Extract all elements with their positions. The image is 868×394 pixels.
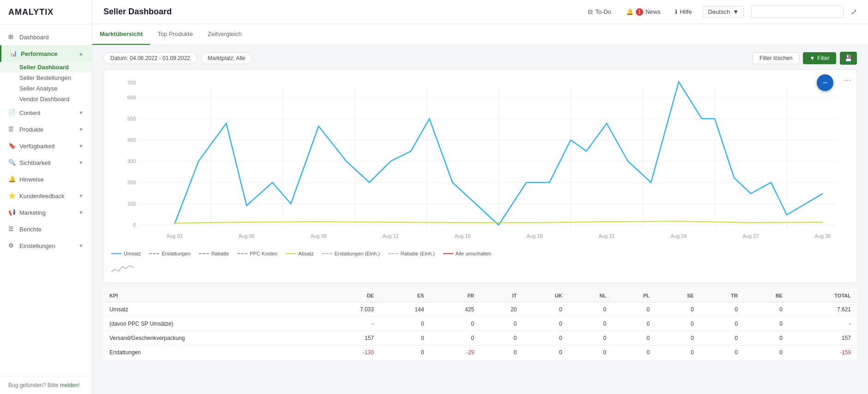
- sidebar-item-dashboard[interactable]: ⊞ Dashboard: [0, 29, 92, 45]
- svg-text:Aug 03: Aug 03: [167, 233, 183, 239]
- legend-ppc-kosten[interactable]: PPC Kosten: [237, 251, 277, 256]
- chart-fab-button[interactable]: −: [817, 74, 833, 91]
- search-input[interactable]: [751, 6, 844, 18]
- col-be: BE: [743, 289, 788, 303]
- sidebar-item-performance[interactable]: 📊 Performance ▲: [0, 45, 92, 62]
- row-es: 0: [380, 317, 430, 331]
- todo-label: To-Do: [595, 8, 611, 15]
- filter-pills: Datum: 04.08.2022 - 01.09.2022 Marktplat…: [103, 52, 252, 64]
- row-nl: 0: [568, 317, 612, 331]
- row-tr: 0: [699, 346, 743, 360]
- row-be: 0: [743, 303, 788, 317]
- legend-erstattungen[interactable]: Erstattungen: [149, 251, 190, 256]
- tab-bar: Marktübersicht Top Produkte Zeitvergleic…: [92, 24, 868, 45]
- todo-button[interactable]: ⊟ To-Do: [584, 6, 615, 17]
- legend-absatz[interactable]: Absatz: [286, 251, 314, 256]
- sidebar-sub-seller-bestellungen[interactable]: Seller Bestellungen: [0, 73, 92, 83]
- sidebar-item-verfugbarkeit[interactable]: 🔖 Verfügbarkeit ▼: [0, 138, 92, 154]
- row-pl: 0: [612, 303, 655, 317]
- row-tr: 0: [699, 303, 743, 317]
- expand-icon[interactable]: ⤢: [851, 7, 857, 16]
- filter-save-button[interactable]: 💾: [840, 52, 857, 65]
- page-header: Seller Dashboard ⊟ To-Do 🔔 1 News ℹ Hilf…: [92, 0, 868, 24]
- row-tr: 0: [699, 317, 743, 331]
- language-selector[interactable]: Deutsch ▼: [703, 6, 744, 18]
- col-total: TOTAL: [788, 289, 857, 303]
- news-button[interactable]: 🔔 1 News: [622, 6, 664, 18]
- bug-report-link[interactable]: melden: [60, 382, 78, 388]
- col-nl: NL: [568, 289, 612, 303]
- chevron-down-icon: ▼: [78, 110, 84, 115]
- sidebar-item-marketing[interactable]: 📢 Marketing ▼: [0, 204, 92, 221]
- svg-text:Aug 06: Aug 06: [239, 233, 255, 239]
- row-es: 0: [380, 331, 430, 346]
- sidebar-item-kundenfeedback[interactable]: ⭐ Kundenfeedback ▼: [0, 188, 92, 204]
- row-fr: -29: [429, 346, 480, 360]
- row-de: 157: [318, 331, 379, 346]
- sidebar-item-produkte[interactable]: ☰ Produkte ▼: [0, 121, 92, 138]
- news-icon: 🔔: [626, 8, 633, 15]
- row-be: 0: [743, 317, 788, 331]
- sidebar-sub-seller-analyse[interactable]: Seller Analyse: [0, 83, 92, 94]
- legend-umsatz[interactable]: Umsatz: [111, 251, 141, 256]
- chevron-down-icon: ▼: [78, 143, 84, 149]
- produkte-icon: ☰: [8, 126, 16, 133]
- row-be: 0: [743, 346, 788, 360]
- hilfe-button[interactable]: ℹ Hilfe: [671, 6, 695, 17]
- lang-label: Deutsch: [708, 8, 730, 15]
- tab-top-produkte[interactable]: Top Produkte: [150, 24, 200, 45]
- svg-text:Aug 09: Aug 09: [311, 233, 327, 239]
- col-fr: FR: [429, 289, 480, 303]
- news-label: News: [645, 8, 661, 15]
- sidebar-item-label: Produkte: [19, 126, 43, 133]
- line-chart: 0 100 200 300 400 500 600 700 Aug 03 Aug…: [111, 77, 849, 243]
- row-se: 0: [655, 303, 699, 317]
- chevron-down-icon: ▼: [78, 127, 84, 132]
- legend-rabatte-einh[interactable]: Rabatte (Einh.): [388, 251, 435, 256]
- sidebar-item-sichtbarkeit[interactable]: 🔍 Sichtbarkeit ▼: [0, 154, 92, 171]
- sidebar-item-hinweise[interactable]: 🔔 Hinweise: [0, 171, 92, 188]
- legend-rabatte[interactable]: Rabatte: [199, 251, 229, 256]
- filter-clear-button[interactable]: Filter löschen: [753, 52, 799, 64]
- row-be: 0: [743, 331, 788, 346]
- chart-card: ··· −: [103, 69, 857, 283]
- tab-zeitvergleich[interactable]: Zeitvergleich: [200, 24, 249, 45]
- sidebar-item-einstellungen[interactable]: ⚙ Einstellungen ▼: [0, 237, 92, 254]
- filter-actions: Filter löschen ▼ Filter 💾: [753, 52, 857, 65]
- date-filter-pill[interactable]: Datum: 04.08.2022 - 01.09.2022: [103, 52, 197, 64]
- svg-text:Aug 15: Aug 15: [455, 233, 471, 239]
- sidebar-sub-vendor-dashboard[interactable]: Vendor Dashboard: [0, 94, 92, 104]
- tab-marktuber[interactable]: Marktübersicht: [92, 24, 150, 45]
- mini-chart-icon: [111, 263, 133, 274]
- more-options-button[interactable]: ···: [844, 75, 851, 85]
- chevron-down-icon: ▼: [78, 210, 84, 215]
- sidebar-item-content[interactable]: 📄 Content ▼: [0, 104, 92, 121]
- row-kpi: Versand/Geschenkverpackung: [104, 331, 318, 346]
- sidebar-item-label: Sichtbarkeit: [19, 159, 51, 166]
- svg-text:Aug 12: Aug 12: [383, 233, 399, 239]
- sidebar-item-label: Kundenfeedback: [19, 193, 65, 200]
- berichte-icon: ☰: [8, 225, 16, 233]
- legend-alle-umschalten[interactable]: Alle umschalten: [443, 251, 492, 256]
- dashboard-icon: ⊞: [8, 33, 16, 41]
- row-uk: 0: [522, 303, 567, 317]
- header-actions: ⊟ To-Do 🔔 1 News ℹ Hilfe Deutsch ▼ ⤢: [584, 6, 857, 18]
- svg-text:Aug 18: Aug 18: [527, 233, 543, 239]
- row-de: 7.033: [318, 303, 379, 317]
- row-total: 7.621: [788, 303, 857, 317]
- legend-erstattungen-einh[interactable]: Erstattungen (Einh.): [322, 251, 380, 256]
- sidebar-sub-seller-dashboard[interactable]: Seller Dashboard: [0, 62, 92, 73]
- svg-text:200: 200: [127, 180, 136, 185]
- filter-button[interactable]: ▼ Filter: [803, 52, 836, 64]
- sidebar-item-label: Marketing: [19, 209, 46, 216]
- table-row: Erstattungen -130 0 -29 0 0 0 0 0 0 0 -1…: [104, 346, 857, 360]
- row-se: 0: [655, 317, 699, 331]
- marketplace-filter-pill[interactable]: Marktplatz: Alle: [201, 52, 252, 64]
- col-uk: UK: [522, 289, 567, 303]
- save-icon: 💾: [844, 55, 852, 62]
- kundenfeedback-icon: ⭐: [8, 192, 16, 200]
- sidebar-item-berichte[interactable]: ☰ Berichte: [0, 221, 92, 237]
- content-area: Datum: 04.08.2022 - 01.09.2022 Marktplat…: [92, 45, 868, 394]
- svg-text:400: 400: [127, 137, 136, 143]
- row-tr: 0: [699, 331, 743, 346]
